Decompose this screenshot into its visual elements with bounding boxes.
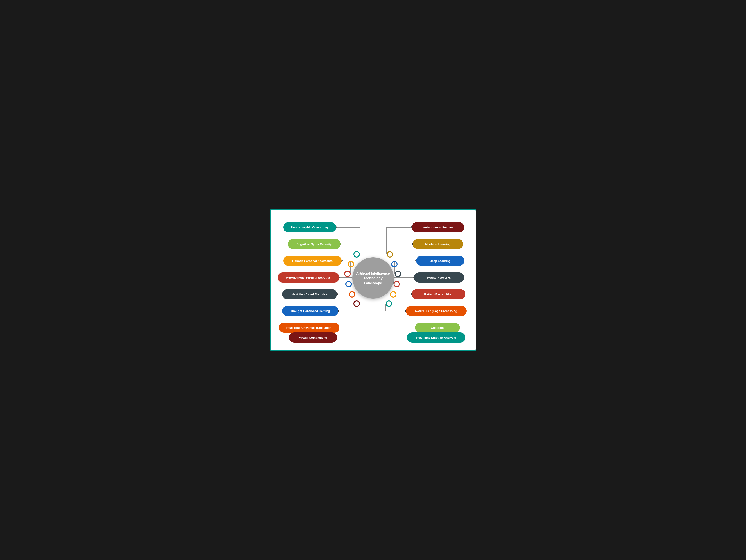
ring-dot-7 — [391, 261, 398, 267]
ring-dot-0 — [353, 251, 360, 258]
node-deep: Deep Learning — [416, 256, 464, 266]
node-cognitive: Cognitive Cyber Security — [288, 239, 341, 249]
center-circle: Artificial IntelligenceTechnologyLandsca… — [352, 257, 394, 299]
slide-container: Artificial IntelligenceTechnologyLandsca… — [270, 209, 476, 351]
node-neuromorphic: Neuromorphic Computing — [283, 222, 336, 232]
node-chatbots: Chatbots — [415, 323, 460, 333]
ring-dot-3 — [345, 281, 352, 287]
node-gaming: Thought Controlled Gaming — [282, 306, 338, 316]
node-translation: Real Time Universal Translation — [279, 323, 339, 333]
node-autonomous: Autonomous System — [412, 222, 464, 232]
node-ml: Machine Learning — [413, 239, 463, 249]
ring-dot-5 — [353, 300, 360, 307]
node-nlp: Natural Language Processing — [406, 306, 467, 316]
node-cloud-robotics: Next Gen Cloud Robotics — [282, 289, 337, 299]
diagram-area: Artificial IntelligenceTechnologyLandsca… — [271, 210, 476, 350]
ring-dot-9 — [394, 281, 400, 287]
node-virtual: Virtual Companions — [289, 332, 337, 343]
ring-dot-2 — [344, 271, 351, 277]
ring-dot-11 — [386, 300, 392, 307]
ring-dot-6 — [386, 251, 393, 258]
ring-dot-8 — [395, 271, 401, 277]
ring-dot-1 — [348, 261, 354, 267]
ring-dot-10 — [390, 291, 397, 298]
ring-dot-4 — [349, 291, 355, 298]
node-pattern: Pattern Recognition — [412, 289, 465, 299]
node-neural: Neural Networks — [414, 272, 464, 283]
node-robotic-pa: Robotic Personal Assistants — [283, 256, 342, 266]
node-emotion: Real Time Emotion Analysis — [407, 332, 465, 343]
node-surgical: Autonomous Surgical Robotics — [278, 272, 339, 283]
